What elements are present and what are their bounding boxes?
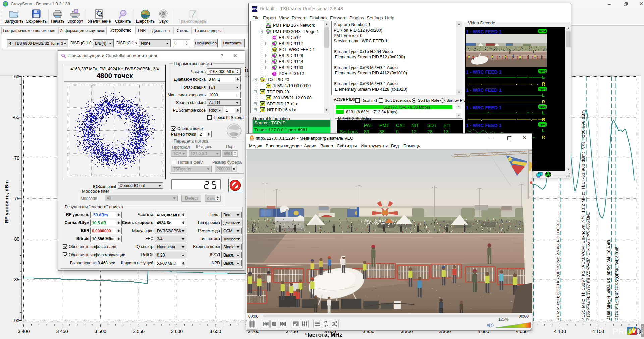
svg-text:RF уровень, dBm: RF уровень, dBm bbox=[4, 180, 9, 223]
svg-text:4135 MHz; H; 13297 KS ;ACM/VCM: 4135 MHz; H; 13297 KS ;ACM/VCM ;Unknown;… bbox=[581, 110, 586, 320]
svg-text:Частота, MHz: Частота, MHz bbox=[305, 332, 342, 338]
svg-text:4168 MHz; H; 4924 KS ;8PSK; 3/: 4168 MHz; H; 4924 KS ;8PSK; 3/4; 10.4 dB bbox=[607, 240, 611, 320]
svg-text:3 650: 3 650 bbox=[209, 329, 221, 334]
svg-text:-60: -60 bbox=[13, 74, 19, 79]
svg-text:3 400: 3 400 bbox=[18, 329, 30, 334]
svg-text:-70: -70 bbox=[13, 155, 19, 161]
svg-text:4102 MHz; H; 33810 KS ;QPSK; 2: 4102 MHz; H; 33810 KS ;QPSK; 2/3; 2.5 dB… bbox=[556, 219, 560, 320]
svg-text:TV: TV bbox=[628, 327, 636, 334]
svg-text:4 100: 4 100 bbox=[554, 329, 566, 334]
svg-text:3 550: 3 550 bbox=[133, 329, 145, 334]
svg-text:-65: -65 bbox=[13, 115, 19, 120]
svg-text:-75: -75 bbox=[13, 196, 19, 201]
svg-text:4135 MHz; H; 13297 KS ;ACM/VCM: 4135 MHz; H; 13297 KS ;ACM/VCM ;Unknown;… bbox=[586, 212, 590, 320]
svg-text:3 450: 3 450 bbox=[56, 329, 68, 334]
svg-text:-80: -80 bbox=[13, 236, 19, 242]
svg-text:3 500: 3 500 bbox=[95, 329, 106, 334]
svg-text:-85: -85 bbox=[13, 277, 19, 282]
svg-text:4 150: 4 150 bbox=[592, 329, 604, 334]
svg-text:-90: -90 bbox=[13, 318, 19, 323]
svg-text:4174 MHz; H; 4924 KS ;QPSK; 3/: 4174 MHz; H; 4924 KS ;QPSK; 3/4; 8.9 dB bbox=[615, 246, 619, 320]
svg-text:МЕДИА: МЕДИА bbox=[641, 326, 644, 335]
svg-text:3 600: 3 600 bbox=[171, 329, 183, 334]
